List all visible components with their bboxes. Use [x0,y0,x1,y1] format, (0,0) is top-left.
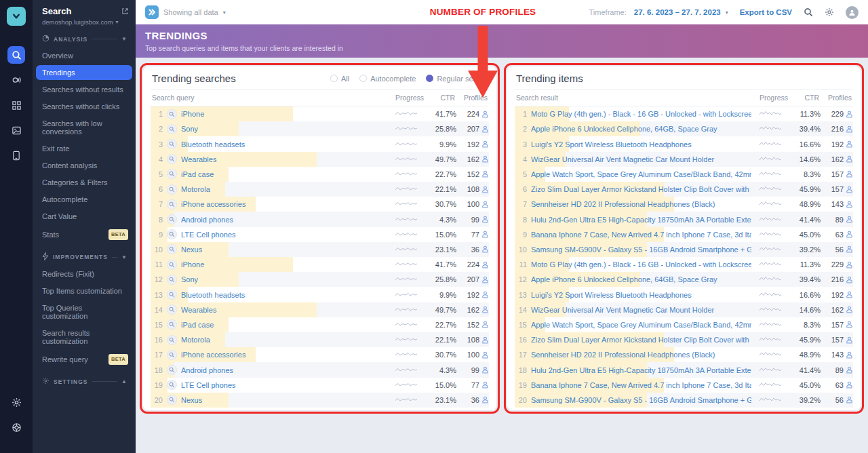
search-query-link[interactable]: Wearables [181,155,387,163]
chevron-down-icon[interactable]: ▾ [726,9,728,16]
profile-icon[interactable] [846,381,853,389]
table-row[interactable]: 7iPhone accessories30.7%100 [151,197,489,212]
profile-icon[interactable] [846,396,853,403]
profile-icon[interactable] [481,321,489,328]
sidebar-item-exit-rate[interactable]: Exit rate [36,141,132,156]
search-query-link[interactable]: Motorola [181,336,387,344]
search-query-icon[interactable] [167,350,177,360]
table-row[interactable]: 15iPad case22.7%152 [151,317,489,332]
sidebar-item-top-queries-customization[interactable]: Top Queries customization [36,300,132,323]
table-row[interactable]: 19LTE Cell phones15.0%77 [151,378,489,393]
sidebar-item-searches-without-clicks[interactable]: Searches without clicks [36,99,132,114]
table-row[interactable]: 10Nexus23.1%36 [151,242,489,257]
search-query-link[interactable]: Android phones [181,366,387,374]
rail-media-icon[interactable] [7,121,25,139]
table-row[interactable]: 17Sennheiser HD 202 II Professional Head… [515,347,853,362]
profile-icon[interactable] [846,276,853,283]
sidebar-item-searches-without-results[interactable]: Searches without results [36,82,132,97]
filter-radio-autocomplete[interactable]: Autocomplete [359,75,416,83]
profile-icon[interactable] [846,201,853,208]
profile-icon[interactable] [846,291,853,298]
table-row[interactable]: 6Motorola22.1%108 [151,182,489,197]
sidebar-item-overview[interactable]: Overview [36,48,132,63]
profile-icon[interactable] [846,336,853,344]
search-result-link[interactable]: Samsung SM-G900V - Galaxy S5 - 16GB Andr… [531,245,751,254]
table-row[interactable]: 10Samsung SM-G900V - Galaxy S5 - 16GB An… [515,242,853,257]
table-row[interactable]: 9Banana Iphone 7 Case, New Arrived 4.7 i… [515,227,853,242]
search-query-icon[interactable] [167,184,177,195]
profile-icon[interactable] [846,261,853,269]
profile-icon[interactable] [481,170,489,178]
project-selector[interactable]: demoshop.luigisbox.com ▾ [42,18,127,26]
table-row[interactable]: 16Zizo Slim Dual Layer Armor Kickstand H… [515,332,853,347]
sidebar-item-rewrite-query[interactable]: Rewrite queryBETA [36,351,132,368]
profile-icon[interactable] [481,351,489,359]
profile-icon[interactable] [481,276,489,283]
table-row[interactable]: 3Bluetooth headsets9.9%192 [151,136,489,151]
search-result-link[interactable]: Hulu 2nd-Gen Ultra E5 High-Capacity 1875… [531,366,751,374]
profile-icon[interactable] [846,155,853,163]
profile-icon[interactable] [846,186,853,193]
sidebar-item-searches-with-low-conversions[interactable]: Searches with low conversions [36,116,132,139]
filter-radio-all[interactable]: All [330,75,349,83]
table-row[interactable]: 11Moto G Play (4th gen.) - Black - 16 GB… [515,257,853,272]
search-query-link[interactable]: iPad case [181,170,387,178]
table-row[interactable]: 13Luigi's Y2 Sport Wireless Bluetooth He… [515,287,853,302]
search-result-link[interactable]: WizGear Universal Air Vent Magnetic Car … [531,155,751,163]
table-row[interactable]: 19Banana Iphone 7 Case, New Arrived 4.7 … [515,378,853,393]
search-query-link[interactable]: LTE Cell phones [181,381,387,389]
profile-icon[interactable] [846,216,853,223]
search-query-icon[interactable] [167,214,177,224]
search-query-link[interactable]: iPhone [181,110,387,118]
table-row[interactable]: 13Bluetooth headsets9.9%192 [151,287,489,302]
table-row[interactable]: 6Zizo Slim Dual Layer Armor Kickstand Ho… [515,182,853,197]
search-result-link[interactable]: Moto G Play (4th gen.) - Black - 16 GB -… [531,110,751,118]
sidebar-section-analysis[interactable]: ANALYSIS▼ [42,35,127,43]
profile-icon[interactable] [481,381,489,389]
search-query-icon[interactable] [167,335,177,345]
sidebar-item-categories-filters[interactable]: Categories & Filters [36,175,132,190]
search-result-link[interactable]: Apple iPhone 6 Unlocked Cellphone, 64GB,… [531,125,751,133]
sidebar-item-autocomplete[interactable]: Autocomplete [36,192,132,207]
radio-unselected-icon[interactable] [330,75,338,82]
chevron-down-icon[interactable]: ▾ [223,9,226,16]
search-result-link[interactable]: Sennheiser HD 202 II Professional Headph… [531,351,751,359]
profile-icon[interactable] [846,366,853,374]
table-row[interactable]: 7Sennheiser HD 202 II Professional Headp… [515,197,853,212]
search-query-link[interactable]: iPhone [181,260,387,269]
radio-selected-icon[interactable] [426,75,433,82]
profile-icon[interactable] [846,125,853,133]
profile-icon[interactable] [481,186,489,193]
search-query-link[interactable]: Android phones [181,216,387,224]
showing-all-data-label[interactable]: Showing all data [163,8,218,16]
sidebar-item-stats[interactable]: StatsBETA [36,226,132,243]
search-result-link[interactable]: Sennheiser HD 202 II Professional Headph… [531,200,751,208]
sidebar-item-redirects-fixit[interactable]: Redirects (Fixit) [36,267,132,281]
table-row[interactable]: 20Nexus23.1%36 [151,393,489,408]
search-result-link[interactable]: Banana Iphone 7 Case, New Arrived 4.7 in… [531,381,751,389]
external-link-icon[interactable] [121,5,129,18]
search-result-link[interactable]: Moto G Play (4th gen.) - Black - 16 GB -… [531,260,751,269]
search-result-link[interactable]: Zizo Slim Dual Layer Armor Kickstand Hol… [531,336,751,344]
sidebar-section-improvements[interactable]: IMPROVEMENTS▼ [42,252,127,262]
sidebar-item-content-analysis[interactable]: Content analysis [36,158,132,173]
timeframe-value[interactable]: 27. 6. 2023 – 27. 7. 2023 [634,8,721,16]
search-query-link[interactable]: Sony [181,275,387,283]
rail-apps-icon[interactable] [7,96,25,114]
table-row[interactable]: 1Moto G Play (4th gen.) - Black - 16 GB … [515,106,853,121]
table-row[interactable]: 5iPad case22.7%152 [151,167,489,182]
table-row[interactable]: 2Apple iPhone 6 Unlocked Cellphone, 64GB… [515,121,853,136]
profile-icon[interactable] [481,261,489,269]
table-row[interactable]: 1iPhone41.7%224 [151,106,489,121]
rail-search-icon[interactable] [7,46,25,64]
profile-icon[interactable] [481,291,489,298]
profile-icon[interactable] [481,125,489,133]
filter-radio-regular-search[interactable]: Regular search [426,75,488,83]
profile-icon[interactable] [481,231,489,238]
table-row[interactable]: 5Apple Watch Sport, Space Grey Aluminum … [515,167,853,182]
profile-icon[interactable] [481,216,489,223]
rail-device-icon[interactable] [7,146,25,164]
table-row[interactable]: 8Android phones4.3%99 [151,212,489,226]
sidebar-item-search-results-customization[interactable]: Search results customization [36,326,132,349]
export-csv-button[interactable]: Export to CSV [740,8,792,16]
